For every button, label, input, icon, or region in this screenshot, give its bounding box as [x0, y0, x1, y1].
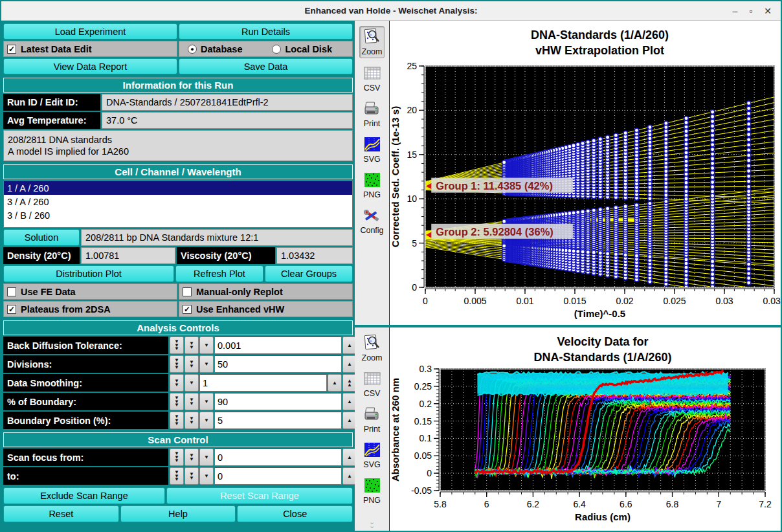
window-title: Enhanced van Holde - Weischet Analysis:: [1, 6, 781, 16]
use-fe-data-checkbox[interactable]: [7, 287, 16, 296]
distribution-plot-button[interactable]: Distribution Plot: [3, 265, 174, 282]
chevron-down-icon[interactable]: ⌄⌄: [369, 520, 375, 527]
run-id-label: Run ID / Edit ID:: [3, 94, 100, 111]
data-smoothing-row: Data Smoothing: ▼▼ ▼ ▲ ▲▲: [3, 374, 353, 392]
step-down-coarse-button[interactable]: ▼▼▼: [170, 467, 184, 485]
step-down-fine-button[interactable]: ▼: [199, 355, 214, 373]
scan-focus-from-label: Scan focus from:: [3, 449, 168, 466]
list-item-3A260[interactable]: 3 / A / 260: [4, 195, 352, 208]
png-tool-button[interactable]: PNG: [361, 476, 383, 506]
reset-scan-range-button[interactable]: Reset Scan Range: [166, 487, 353, 504]
svg-text:7.2: 7.2: [759, 499, 772, 509]
manual-only-replot-checkbox[interactable]: [183, 287, 192, 296]
viscosity-value: 1.03432: [276, 247, 353, 264]
close-button[interactable]: Close: [237, 505, 353, 522]
load-experiment-button[interactable]: Load Experiment: [3, 23, 177, 39]
scan-focus-to-label: to:: [3, 467, 168, 485]
run-id-value: DNA-Standards / 2507281841EdtPrfl-2: [102, 94, 353, 111]
divisions-input[interactable]: [214, 355, 342, 373]
step-down-fine-button[interactable]: ▼: [199, 412, 214, 429]
svg-text:0.035: 0.035: [763, 296, 781, 306]
boundary-position-row: Boundary Position (%): ▼▼▼ ▼▼ ▼ ▲ ▲▲ ▲▲▲: [3, 412, 353, 429]
step-up-fine-button[interactable]: ▲: [328, 374, 342, 392]
use-enhanced-vhw-checkbox[interactable]: ✓: [183, 305, 192, 314]
run-note-line2: A model IS implied for 1A260: [8, 146, 348, 157]
database-radio[interactable]: ●: [188, 45, 197, 54]
latest-data-edit-checkbox[interactable]: ✓: [7, 45, 16, 54]
svg-text:6.4: 6.4: [573, 499, 586, 509]
list-item-1A260[interactable]: 1 / A / 260: [4, 181, 352, 195]
csv-table-icon: [364, 65, 381, 83]
boundary-position-input[interactable]: [214, 412, 342, 429]
svg-text:0: 0: [423, 296, 428, 306]
zoom-tool-button[interactable]: Zoom: [359, 26, 385, 58]
close-window-button[interactable]: ✕: [764, 6, 772, 16]
latest-data-edit-row: ✓ Latest Data Edit: [3, 41, 177, 57]
refresh-plot-button[interactable]: Refresh Plot: [175, 265, 263, 282]
print-tool-button[interactable]: Print: [362, 405, 383, 435]
step-down-coarse-button[interactable]: ▼▼▼: [170, 412, 184, 429]
plateaus-2dsa-label: Plateaus from 2DSA: [21, 304, 111, 315]
zoom-tool-label: Zoom: [362, 353, 383, 362]
velocity-data-plot[interactable]: 5.866.26.46.66.877.2Radius (cm)-0.0500.0…: [390, 327, 781, 529]
view-data-report-button[interactable]: View Data Report: [3, 58, 177, 74]
step-down-fine-button[interactable]: ▼: [199, 449, 214, 466]
pct-of-boundary-input[interactable]: [214, 393, 342, 410]
svg-tool-label: SVG: [363, 155, 380, 164]
solution-button[interactable]: Solution: [3, 229, 80, 246]
svg-text:DNA-Standards (1/A/260): DNA-Standards (1/A/260): [531, 28, 669, 41]
list-item-3B260[interactable]: 3 / B / 260: [4, 208, 352, 222]
save-data-button[interactable]: Save Data: [179, 58, 353, 74]
exclude-scan-range-button[interactable]: Exclude Scan Range: [3, 487, 165, 504]
png-tool-button[interactable]: PNG: [361, 171, 383, 201]
reset-button[interactable]: Reset: [3, 505, 119, 522]
print-tool-label: Print: [364, 425, 381, 434]
svg-text:5: 5: [412, 238, 417, 249]
step-down-medium-button[interactable]: ▼▼: [184, 393, 199, 410]
density-value: 1.00781: [81, 247, 175, 264]
vhw-extrapolation-plot[interactable]: 00.0050.010.0150.020.0250.030.035(Time)^…: [390, 21, 781, 324]
step-down-coarse-button[interactable]: ▼▼▼: [170, 355, 184, 373]
step-down-fine-button[interactable]: ▼: [199, 393, 214, 410]
step-down-fine-button[interactable]: ▼: [199, 337, 214, 354]
svg-tool-button[interactable]: SVG: [361, 135, 382, 165]
back-diffusion-tolerance-input[interactable]: [214, 337, 342, 354]
data-smoothing-input[interactable]: [199, 374, 327, 392]
back-diffusion-tolerance-row: Back Diffusion Tolerance: ▼▼▼ ▼▼ ▼ ▲ ▲▲ …: [3, 337, 353, 354]
svg-text:5.8: 5.8: [434, 499, 447, 509]
help-button[interactable]: Help: [120, 505, 236, 522]
svg-tool-button[interactable]: SVG: [361, 441, 382, 471]
step-down-medium-button[interactable]: ▼▼: [184, 412, 199, 429]
step-down-coarse-button[interactable]: ▼▼▼: [170, 393, 184, 410]
plateaus-2dsa-checkbox[interactable]: ✓: [7, 305, 16, 314]
svg-text:25: 25: [407, 61, 417, 71]
step-down-coarse-button[interactable]: ▼▼▼: [170, 449, 184, 466]
printer-icon: [364, 101, 381, 118]
step-down-coarse-button[interactable]: ▼▼▼: [170, 337, 184, 354]
scan-focus-to-input[interactable]: [214, 467, 342, 485]
pct-of-boundary-row: % of Boundary: ▼▼▼ ▼▼ ▼ ▲ ▲▲ ▲▲▲: [3, 393, 353, 410]
triple-banner: Cell / Channel / Wavelength: [3, 164, 353, 179]
scan-focus-from-input[interactable]: [214, 449, 342, 466]
print-tool-button[interactable]: Print: [362, 100, 383, 129]
run-details-button[interactable]: Run Details: [179, 23, 353, 39]
step-down-medium-button[interactable]: ▼▼: [184, 449, 199, 466]
clear-groups-button[interactable]: Clear Groups: [265, 265, 353, 282]
step-down-medium-button[interactable]: ▼▼: [184, 355, 199, 373]
step-down-fine-button[interactable]: ▼: [199, 467, 214, 485]
local-disk-radio[interactable]: [272, 45, 281, 54]
step-down-medium-button[interactable]: ▼▼: [170, 374, 184, 392]
config-tool-button[interactable]: Config: [358, 206, 385, 236]
csv-tool-button[interactable]: CSV: [362, 370, 383, 399]
maximize-button[interactable]: ▫: [749, 6, 752, 16]
minimize-button[interactable]: –: [733, 6, 738, 16]
density-label: Density (20°C): [3, 247, 80, 264]
step-down-fine-button[interactable]: ▼: [184, 374, 199, 392]
csv-tool-button[interactable]: CSV: [362, 64, 383, 94]
zoom-tool-button[interactable]: Zoom: [360, 333, 385, 364]
vhw-extrapolation-plot-panel: 00.0050.010.0150.020.0250.030.035(Time)^…: [390, 21, 781, 325]
avg-temperature-value: 37.0 °C: [102, 112, 353, 129]
velocity-data-plot-panel: 5.866.26.46.66.877.2Radius (cm)-0.0500.0…: [390, 327, 781, 531]
step-down-medium-button[interactable]: ▼▼: [184, 467, 199, 485]
step-down-medium-button[interactable]: ▼▼: [184, 337, 199, 354]
